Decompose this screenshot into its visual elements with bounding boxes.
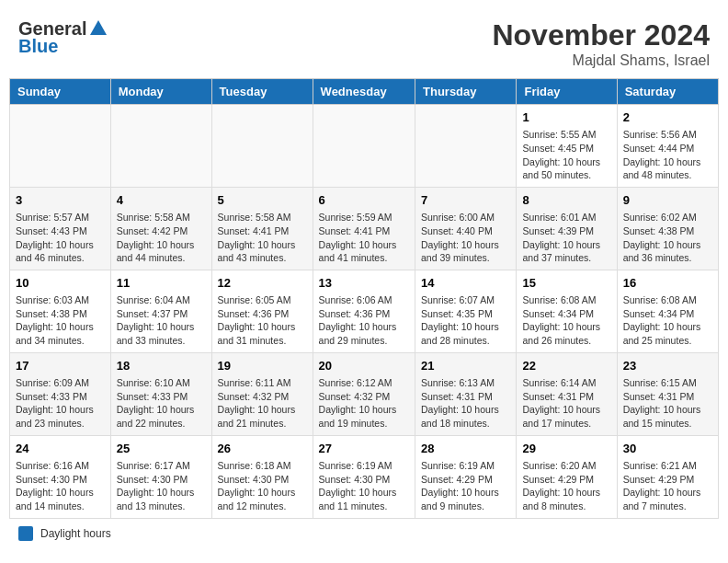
calendar-cell: 12Sunrise: 6:05 AM Sunset: 4:36 PM Dayli… (211, 270, 313, 352)
calendar-cell: 11Sunrise: 6:04 AM Sunset: 4:37 PM Dayli… (110, 270, 211, 352)
weekday-header-tuesday: Tuesday (211, 79, 313, 105)
day-info: Sunrise: 5:55 AM Sunset: 4:45 PM Dayligh… (522, 128, 610, 182)
day-info: Sunrise: 6:19 AM Sunset: 4:30 PM Dayligh… (319, 459, 409, 513)
legend-color (18, 526, 33, 541)
day-number: 11 (117, 275, 206, 292)
day-number: 6 (319, 192, 409, 209)
day-info: Sunrise: 5:58 AM Sunset: 4:41 PM Dayligh… (218, 211, 307, 265)
logo-blue: Blue (18, 36, 58, 57)
logo: General Blue (18, 18, 108, 57)
day-info: Sunrise: 6:02 AM Sunset: 4:38 PM Dayligh… (623, 211, 712, 265)
day-number: 4 (117, 192, 206, 209)
day-number: 8 (522, 192, 610, 209)
legend-label: Daylight hours (40, 527, 111, 540)
day-number: 10 (16, 275, 105, 292)
calendar-cell (211, 105, 313, 188)
day-number: 19 (218, 358, 307, 374)
day-number: 15 (522, 275, 610, 292)
day-number: 1 (522, 109, 610, 126)
day-number: 5 (218, 192, 307, 209)
calendar-cell: 26Sunrise: 6:18 AM Sunset: 4:30 PM Dayli… (211, 435, 313, 518)
day-info: Sunrise: 5:57 AM Sunset: 4:43 PM Dayligh… (16, 211, 105, 265)
day-info: Sunrise: 6:07 AM Sunset: 4:35 PM Dayligh… (421, 293, 510, 348)
day-number: 30 (623, 441, 712, 457)
weekday-header-sunday: Sunday (10, 79, 111, 105)
day-number: 23 (623, 358, 712, 374)
day-number: 16 (623, 275, 712, 292)
day-number: 25 (117, 441, 206, 457)
day-number: 3 (16, 192, 105, 209)
day-info: Sunrise: 6:06 AM Sunset: 4:36 PM Dayligh… (319, 293, 409, 348)
day-number: 12 (218, 275, 307, 292)
day-number: 24 (16, 441, 105, 457)
day-number: 27 (319, 441, 409, 457)
day-number: 2 (623, 109, 712, 126)
day-number: 18 (117, 358, 206, 374)
day-info: Sunrise: 6:10 AM Sunset: 4:33 PM Dayligh… (117, 376, 206, 431)
day-info: Sunrise: 6:08 AM Sunset: 4:34 PM Dayligh… (623, 293, 712, 348)
day-number: 22 (522, 358, 610, 374)
calendar-cell: 5Sunrise: 5:58 AM Sunset: 4:41 PM Daylig… (211, 187, 313, 270)
day-info: Sunrise: 6:12 AM Sunset: 4:32 PM Dayligh… (319, 376, 409, 431)
calendar-cell: 13Sunrise: 6:06 AM Sunset: 4:36 PM Dayli… (313, 270, 415, 352)
day-info: Sunrise: 5:56 AM Sunset: 4:44 PM Dayligh… (623, 128, 712, 182)
day-info: Sunrise: 6:17 AM Sunset: 4:30 PM Dayligh… (117, 459, 206, 513)
calendar-week-3: 17Sunrise: 6:09 AM Sunset: 4:33 PM Dayli… (10, 352, 719, 435)
calendar-header-row: SundayMondayTuesdayWednesdayThursdayFrid… (10, 79, 719, 105)
calendar-cell: 22Sunrise: 6:14 AM Sunset: 4:31 PM Dayli… (517, 352, 617, 435)
calendar-cell: 14Sunrise: 6:07 AM Sunset: 4:35 PM Dayli… (415, 270, 517, 352)
day-number: 14 (421, 275, 510, 292)
day-info: Sunrise: 6:15 AM Sunset: 4:31 PM Dayligh… (623, 376, 712, 431)
calendar-week-1: 3Sunrise: 5:57 AM Sunset: 4:43 PM Daylig… (10, 187, 719, 270)
calendar-cell: 7Sunrise: 6:00 AM Sunset: 4:40 PM Daylig… (415, 187, 517, 270)
calendar-cell: 16Sunrise: 6:08 AM Sunset: 4:34 PM Dayli… (617, 270, 718, 352)
calendar-week-2: 10Sunrise: 6:03 AM Sunset: 4:38 PM Dayli… (10, 270, 719, 352)
calendar-cell: 18Sunrise: 6:10 AM Sunset: 4:33 PM Dayli… (110, 352, 211, 435)
svg-marker-0 (90, 20, 107, 35)
weekday-header-monday: Monday (110, 79, 211, 105)
calendar-cell: 10Sunrise: 6:03 AM Sunset: 4:38 PM Dayli… (10, 270, 111, 352)
weekday-header-friday: Friday (517, 79, 617, 105)
day-info: Sunrise: 6:04 AM Sunset: 4:37 PM Dayligh… (117, 293, 206, 348)
calendar-cell: 28Sunrise: 6:19 AM Sunset: 4:29 PM Dayli… (415, 435, 517, 518)
day-info: Sunrise: 6:11 AM Sunset: 4:32 PM Dayligh… (218, 376, 307, 431)
day-number: 26 (218, 441, 307, 457)
calendar-cell (415, 105, 517, 188)
month-title: November 2024 (492, 18, 710, 52)
calendar-cell: 6Sunrise: 5:59 AM Sunset: 4:41 PM Daylig… (313, 187, 415, 270)
day-number: 20 (319, 358, 409, 374)
calendar-cell: 20Sunrise: 6:12 AM Sunset: 4:32 PM Dayli… (313, 352, 415, 435)
day-number: 28 (421, 441, 510, 457)
day-info: Sunrise: 6:19 AM Sunset: 4:29 PM Dayligh… (421, 459, 510, 513)
calendar-cell: 1Sunrise: 5:55 AM Sunset: 4:45 PM Daylig… (517, 105, 617, 188)
calendar-cell: 23Sunrise: 6:15 AM Sunset: 4:31 PM Dayli… (617, 352, 718, 435)
day-info: Sunrise: 6:13 AM Sunset: 4:31 PM Dayligh… (421, 376, 510, 431)
day-info: Sunrise: 5:59 AM Sunset: 4:41 PM Dayligh… (319, 211, 409, 265)
day-info: Sunrise: 6:01 AM Sunset: 4:39 PM Dayligh… (522, 211, 610, 265)
day-info: Sunrise: 6:18 AM Sunset: 4:30 PM Dayligh… (218, 459, 307, 513)
day-info: Sunrise: 5:58 AM Sunset: 4:42 PM Dayligh… (117, 211, 206, 265)
day-number: 9 (623, 192, 712, 209)
legend: Daylight hours (9, 519, 719, 545)
day-info: Sunrise: 6:05 AM Sunset: 4:36 PM Dayligh… (218, 293, 307, 348)
calendar-cell: 29Sunrise: 6:20 AM Sunset: 4:29 PM Dayli… (517, 435, 617, 518)
calendar-cell: 8Sunrise: 6:01 AM Sunset: 4:39 PM Daylig… (517, 187, 617, 270)
calendar-week-0: 1Sunrise: 5:55 AM Sunset: 4:45 PM Daylig… (10, 105, 719, 188)
day-info: Sunrise: 6:16 AM Sunset: 4:30 PM Dayligh… (16, 459, 105, 513)
calendar-cell: 3Sunrise: 5:57 AM Sunset: 4:43 PM Daylig… (10, 187, 111, 270)
calendar-cell: 15Sunrise: 6:08 AM Sunset: 4:34 PM Dayli… (517, 270, 617, 352)
calendar-cell: 2Sunrise: 5:56 AM Sunset: 4:44 PM Daylig… (617, 105, 718, 188)
day-info: Sunrise: 6:21 AM Sunset: 4:29 PM Dayligh… (623, 459, 712, 513)
calendar-cell: 17Sunrise: 6:09 AM Sunset: 4:33 PM Dayli… (10, 352, 111, 435)
title-area: November 2024 Majdal Shams, Israel (492, 18, 710, 69)
calendar-cell: 21Sunrise: 6:13 AM Sunset: 4:31 PM Dayli… (415, 352, 517, 435)
day-number: 17 (16, 358, 105, 374)
day-info: Sunrise: 6:03 AM Sunset: 4:38 PM Dayligh… (16, 293, 105, 348)
calendar-cell: 25Sunrise: 6:17 AM Sunset: 4:30 PM Dayli… (110, 435, 211, 518)
day-info: Sunrise: 6:14 AM Sunset: 4:31 PM Dayligh… (522, 376, 610, 431)
header: General Blue November 2024 Majdal Shams,… (9, 9, 719, 74)
calendar-cell (313, 105, 415, 188)
calendar: SundayMondayTuesdayWednesdayThursdayFrid… (9, 78, 719, 519)
calendar-cell: 19Sunrise: 6:11 AM Sunset: 4:32 PM Dayli… (211, 352, 313, 435)
day-number: 13 (319, 275, 409, 292)
